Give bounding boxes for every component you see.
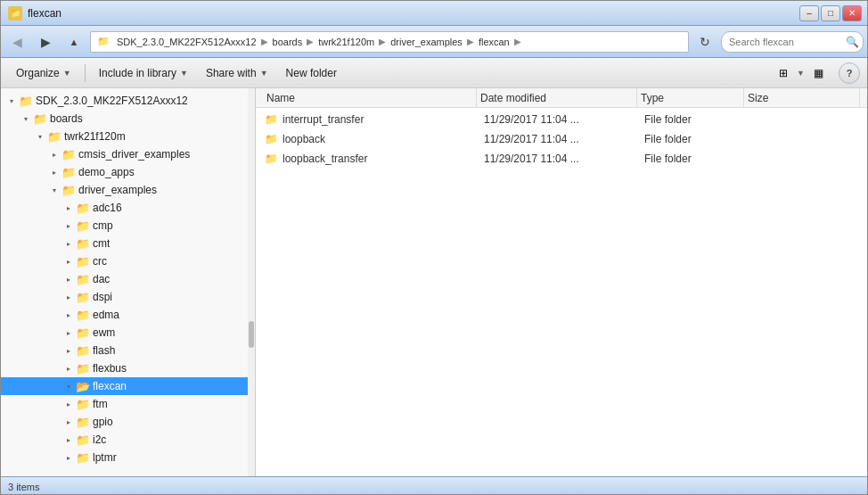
col-header-type[interactable]: Type	[637, 88, 744, 107]
folder-icon-flash: 📁	[76, 343, 90, 358]
tree-item-lptmr[interactable]: 📁 lptmr	[1, 449, 255, 466]
window-title: flexcan	[28, 7, 61, 20]
expand-demo[interactable]	[47, 165, 61, 179]
tree-scrollbar-thumb[interactable]	[249, 321, 254, 348]
folder-icon-ewm: 📁	[76, 326, 90, 340]
expand-gpio[interactable]	[61, 415, 76, 429]
file-row-loopback-transfer[interactable]: 📁 loopback_transfer 11/29/2017 11:04 ...…	[256, 149, 867, 169]
include-chevron: ▼	[180, 69, 188, 78]
tree-item-boards[interactable]: 📁 boards	[1, 110, 255, 128]
expand-flexcan[interactable]	[61, 379, 76, 393]
tree-item-i2c[interactable]: 📁 i2c	[1, 431, 255, 449]
folder-icon-edma: 📁	[76, 308, 90, 322]
up-button[interactable]: ▲	[61, 30, 86, 54]
expand-i2c[interactable]	[61, 433, 76, 447]
address-segment-boards[interactable]: boards	[270, 36, 306, 48]
toolbar: Organize ▼ Include in library ▼ Share wi…	[1, 58, 867, 88]
tree-item-flexbus[interactable]: 📁 flexbus	[1, 359, 255, 377]
file-row-loopback[interactable]: 📁 loopback 11/29/2017 11:04 ... File fol…	[256, 129, 867, 149]
expand-ftm[interactable]	[61, 397, 76, 411]
file-list: 📁 interrupt_transfer 11/29/2017 11:04 ..…	[256, 108, 867, 476]
share-with-label: Share with	[206, 67, 257, 79]
tree-item-driver-examples[interactable]: 📁 driver_examples	[1, 181, 255, 199]
file-panel: Name Date modified Type Size 📁 interrupt…	[256, 88, 867, 476]
tree-item-dspi[interactable]: 📁 dspi	[1, 288, 255, 306]
folder-icon-root: 📁	[19, 94, 33, 108]
tree-item-root[interactable]: 📁 SDK_2.3.0_MK22FX512Axxx12	[1, 92, 255, 110]
minimize-button[interactable]: –	[799, 5, 819, 21]
file-type-1: File folder	[644, 113, 751, 126]
expand-root[interactable]	[4, 94, 19, 108]
col-header-size[interactable]: Size	[744, 88, 860, 107]
file-folder-icon-2: 📁	[263, 131, 279, 147]
address-segment-twrk[interactable]: twrk21f120m	[315, 36, 377, 48]
search-input[interactable]	[721, 31, 864, 53]
tree-item-cmt[interactable]: 📁 cmt	[1, 235, 255, 252]
address-segment-flexcan[interactable]: flexcan	[476, 36, 512, 48]
expand-crc[interactable]	[61, 254, 76, 268]
tree-item-cmsis[interactable]: 📁 cmsis_driver_examples	[1, 145, 255, 163]
expand-edma[interactable]	[61, 308, 76, 322]
folder-icon-driver-examples: 📁	[61, 183, 76, 197]
expand-cmt[interactable]	[61, 236, 76, 251]
tree-label-root: SDK_2.3.0_MK22FX512Axxx12	[36, 95, 188, 107]
expand-boards[interactable]	[19, 111, 33, 126]
col-header-date[interactable]: Date modified	[477, 88, 637, 107]
tree-scrollbar-track	[248, 88, 255, 476]
tree-item-adc16[interactable]: 📁 adc16	[1, 199, 255, 217]
file-date-2: 11/29/2017 11:04 ...	[484, 133, 644, 145]
toolbar-separator-1	[85, 64, 86, 82]
share-with-button[interactable]: Share with ▼	[198, 62, 276, 85]
tree-item-flexcan[interactable]: 📂 flexcan	[1, 377, 255, 395]
folder-icon-twrk: 📁	[47, 129, 61, 144]
expand-flexbus[interactable]	[61, 361, 76, 375]
tree-item-dac[interactable]: 📁 dac	[1, 270, 255, 288]
expand-cmp[interactable]	[61, 219, 76, 233]
help-button[interactable]: ?	[839, 62, 860, 84]
address-segment-driver[interactable]: driver_examples	[388, 36, 465, 48]
file-row-interrupt-transfer[interactable]: 📁 interrupt_transfer 11/29/2017 11:04 ..…	[256, 110, 867, 129]
tree-item-flash[interactable]: 📁 flash	[1, 342, 255, 359]
search-icon[interactable]: 🔍	[846, 36, 859, 48]
tree-item-twrk[interactable]: 📁 twrk21f120m	[1, 128, 255, 145]
tree-item-demo[interactable]: 📁 demo_apps	[1, 163, 255, 181]
organize-chevron: ▼	[63, 69, 71, 78]
tree-label-flexcan: flexcan	[93, 380, 127, 392]
tree-item-gpio[interactable]: 📁 gpio	[1, 413, 255, 431]
tree-label-driver-examples: driver_examples	[78, 184, 157, 196]
refresh-button[interactable]: ↻	[692, 30, 717, 54]
new-folder-label: New folder	[286, 67, 337, 79]
maximize-button[interactable]: □	[821, 5, 840, 21]
forward-button[interactable]: ▶	[33, 30, 58, 54]
expand-flash[interactable]	[61, 343, 76, 358]
expand-driver-examples[interactable]	[47, 183, 61, 197]
expand-dspi[interactable]	[61, 290, 76, 304]
preview-pane-button[interactable]: ▦	[807, 62, 830, 84]
tree-item-ftm[interactable]: 📁 ftm	[1, 395, 255, 413]
back-button[interactable]: ◀	[4, 30, 29, 54]
tree-label-flash: flash	[93, 344, 115, 357]
organize-button[interactable]: Organize ▼	[8, 62, 79, 85]
folder-icon-flexbus: 📁	[76, 361, 90, 375]
expand-cmsis[interactable]	[47, 147, 61, 161]
change-view-button[interactable]: ⊞	[772, 62, 795, 84]
file-date-3: 11/29/2017 11:04 ...	[484, 153, 644, 165]
new-folder-button[interactable]: New folder	[278, 62, 345, 85]
tree-item-ewm[interactable]: 📁 ewm	[1, 324, 255, 342]
expand-adc16[interactable]	[61, 201, 76, 215]
close-button[interactable]: ✕	[842, 5, 862, 21]
folder-icon-cmp: 📁	[76, 219, 90, 233]
address-segment-root[interactable]: SDK_2.3.0_MK22FX512Axxx12	[114, 36, 259, 48]
col-header-name[interactable]: Name	[263, 88, 477, 107]
expand-lptmr[interactable]	[61, 450, 76, 465]
folder-icon-crc: 📁	[76, 254, 90, 268]
include-in-library-button[interactable]: Include in library ▼	[91, 62, 196, 85]
tree-item-crc[interactable]: 📁 crc	[1, 252, 255, 270]
expand-twrk[interactable]	[33, 129, 47, 144]
tree-item-cmp[interactable]: 📁 cmp	[1, 217, 255, 235]
address-folder-icon: 📁	[94, 35, 112, 48]
expand-ewm[interactable]	[61, 326, 76, 340]
tree-item-edma[interactable]: 📁 edma	[1, 306, 255, 324]
expand-dac[interactable]	[61, 272, 76, 286]
tree-label-dac: dac	[93, 273, 110, 285]
